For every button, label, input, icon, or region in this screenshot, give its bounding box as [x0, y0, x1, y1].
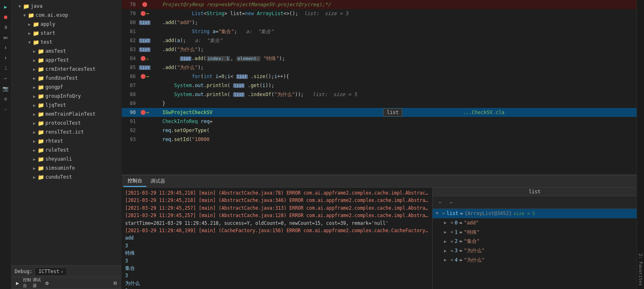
watch-equals: =: [459, 238, 462, 245]
watch-item-1[interactable]: ▶ ≡ 1 = "特殊": [433, 228, 637, 237]
chevron-right-icon: ▶: [31, 94, 38, 99]
line-number: 80: [122, 20, 141, 25]
folder-icon: 📁: [38, 84, 44, 90]
folder-icon: 📁: [38, 165, 44, 171]
filter-icon[interactable]: ⊟: [111, 278, 120, 287]
stop-button[interactable]: ⏹: [1, 13, 10, 22]
tree-item-groupInfoQry[interactable]: ▶ 📁 groupInfoQry: [11, 92, 121, 101]
tree-item-crmInterfacesTest[interactable]: ▶ 📁 crmInterfacesTest: [11, 65, 121, 74]
watch-root-item[interactable]: ▼ ∞ list = {ArrayList@3452} size = 5: [433, 209, 637, 218]
debug-debugger-btn[interactable]: 调试器: [33, 278, 42, 287]
code-line-92[interactable]: 92 req.setOperType(: [122, 126, 637, 135]
chevron-right-icon: ▶: [31, 49, 38, 54]
watch-item-4[interactable]: ▶ ≡ 4 = "为什么": [433, 255, 637, 265]
pin-button[interactable]: ☆: [1, 105, 10, 114]
tree-item-ljqTest[interactable]: ▶ 📁 ljqTest: [11, 101, 121, 110]
code-line-93[interactable]: 93 req.setId("10000: [122, 135, 637, 144]
chevron-right-icon: ▶: [31, 166, 38, 170]
code-line-90[interactable]: 90 → IGwProjectCheckSV list ...CheckSV.c…: [122, 108, 637, 117]
chevron-right-icon: ▶: [31, 175, 38, 179]
code-line-84[interactable]: 84 ⚠ list.add(index: 1, element: "特殊");: [122, 54, 637, 63]
resume-button[interactable]: ▶: [1, 2, 10, 11]
code-text-93: req.setId("10000: [149, 137, 637, 142]
tree-item-simsuminfo[interactable]: ▶ 📁 simsuminfo: [11, 164, 121, 173]
step-over-button[interactable]: ⏭: [1, 33, 10, 42]
console-output-panel[interactable]: [2021-03-29 11:29:45,218] [main] (Abstra…: [122, 188, 432, 289]
chevron-right-icon: ▶: [444, 257, 451, 263]
tree-item-apply[interactable]: ▶ 📁 apply: [11, 20, 121, 29]
tree-item-java[interactable]: ▼ 📁 java: [11, 2, 121, 11]
console-line: [2021-03-29 11:29:46,199] [main] (CacheF…: [125, 227, 429, 234]
code-line-86[interactable]: 86 → for(int i=0;i< list .size();i++){: [122, 72, 637, 81]
tree-label-amsTest: amsTest: [45, 48, 66, 54]
run-to-cursor-button[interactable]: ⤵: [1, 64, 10, 73]
chevron-right-icon: ▶: [31, 76, 38, 81]
watch-item-3[interactable]: ▶ ≡ 3 = "为什么": [433, 246, 637, 255]
tree-item-renslTest[interactable]: ▶ 📁 renslTest.ict: [11, 128, 121, 137]
settings2-icon[interactable]: ⚙: [43, 278, 52, 287]
watch-root-key: list: [447, 210, 458, 217]
tree-item-memTrainPlainTest[interactable]: ▶ 📁 memTrainPlainTest: [11, 110, 121, 119]
settings-button[interactable]: ⚙: [1, 94, 10, 103]
watch-index-0: 0: [455, 220, 458, 226]
resume-program-button[interactable]: ▶: [13, 278, 22, 287]
watch-forward-button[interactable]: →: [447, 198, 456, 207]
tree-item-test[interactable]: ▼ 📁 test: [11, 38, 121, 47]
watch-index-1: 1: [455, 229, 458, 236]
line-number: 93: [122, 137, 141, 142]
tree-item-sheyuanli[interactable]: ▶ 📁 sheyuanli: [11, 155, 121, 164]
tree-item-rhtest[interactable]: ▶ 📁 rhtest: [11, 137, 121, 146]
tree-item-protocolTest[interactable]: ▶ 📁 protocolTest: [11, 119, 121, 128]
tree-label-crmInterfacesTest: crmInterfacesTest: [45, 66, 96, 72]
tab-console[interactable]: 控制台: [123, 176, 146, 187]
code-text-88: System.out.println( list .indexOf("为什么")…: [149, 91, 637, 98]
watch-root-meta: size = 5: [514, 211, 535, 217]
code-content: 78 ProjectQryResp resp=esbProjectManageS…: [122, 0, 637, 175]
code-editor[interactable]: 78 ProjectQryResp resp=esbProjectManageS…: [122, 0, 637, 175]
tree-item-gongpf[interactable]: ▶ 📁 gongpf: [11, 83, 121, 92]
evaluate-button[interactable]: ↩: [1, 74, 10, 83]
tree-item-ruleTest[interactable]: ▶ 📁 ruleTest: [11, 146, 121, 155]
tree-item-apprTest[interactable]: ▶ 📁 apprTest: [11, 56, 121, 65]
tree-item-com-ai-esop[interactable]: ▼ 📁 com.ai.esop: [11, 11, 121, 20]
debug-console-btn[interactable]: 控制台: [23, 278, 32, 287]
tree-label-java: java: [31, 3, 43, 9]
step-into-button[interactable]: ⬇: [1, 43, 10, 52]
tree-label-test: test: [40, 39, 52, 45]
line-number: 91: [122, 119, 141, 124]
infinity-icon: ∞: [442, 211, 445, 216]
tree-label-start: start: [40, 30, 55, 36]
folder-icon: 📁: [38, 111, 44, 117]
code-line-88[interactable]: 88 System.out.println( list .indexOf("为什…: [122, 90, 637, 99]
code-line-79[interactable]: 79 → List<String> list=new ArrayList<>()…: [122, 9, 637, 18]
folder-icon: 📁: [33, 21, 39, 27]
watch-item-2[interactable]: ▶ ≡ 2 = "集合": [433, 237, 637, 246]
tree-label-sheyuanli: sheyuanli: [45, 156, 72, 162]
chevron-down-icon: ▼: [16, 4, 23, 9]
code-line-81[interactable]: 81 String a="集合"; a: "集合": [122, 27, 637, 36]
code-line-82[interactable]: 82 list .add(a); a: "集合": [122, 36, 637, 45]
code-line-91[interactable]: 91 CheckInfoReq req=: [122, 117, 637, 126]
pause-button[interactable]: ⏸: [1, 23, 10, 32]
step-out-button[interactable]: ⬆: [1, 54, 10, 63]
line-number: 84: [122, 56, 141, 61]
folder-icon: 📁: [38, 138, 44, 144]
line-number: 78: [122, 2, 141, 7]
snapshot-button[interactable]: 📷: [1, 84, 10, 93]
line-number: 81: [122, 29, 141, 34]
watch-equals: =: [459, 220, 462, 226]
tree-item-amsTest[interactable]: ▶ 📁 amsTest: [11, 47, 121, 56]
close-tab-icon[interactable]: ✕: [61, 269, 63, 274]
tree-item-fundUseTest[interactable]: ▶ 📁 fundUseTest: [11, 74, 121, 83]
watch-back-button[interactable]: ←: [436, 198, 445, 207]
debug-tab-icttest[interactable]: ICTTest ✕: [35, 267, 67, 275]
code-line-87[interactable]: 87 System.out.println( list .get(i));: [122, 81, 637, 90]
code-line-89[interactable]: 89 }: [122, 99, 637, 108]
tree-item-cunduTest[interactable]: ▶ 📁 cunduTest: [11, 173, 121, 181]
tab-debugger[interactable]: 调试器: [146, 176, 169, 186]
watch-val-1: "特殊": [464, 229, 480, 236]
watch-index-4: 4: [455, 257, 458, 264]
watch-item-0[interactable]: ▶ ≡ 0 = "add": [433, 218, 637, 228]
tree-item-start[interactable]: ▶ 📁 start: [11, 29, 121, 38]
gutter-78: [141, 2, 149, 7]
